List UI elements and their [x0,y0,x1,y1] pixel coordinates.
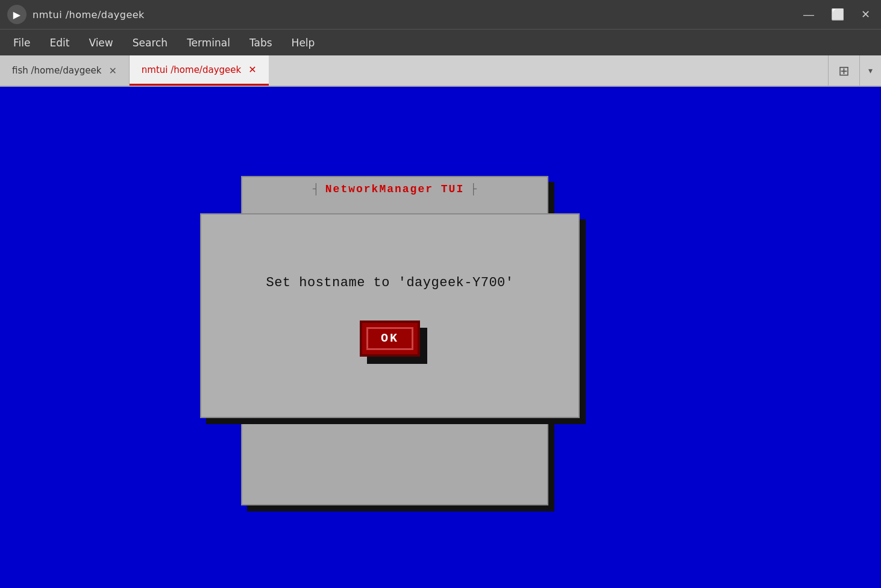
tab-fish-label: fish /home/daygeek [12,65,101,76]
ok-button-label: OK [381,331,399,345]
title-bar: ▶ nmtui /home/daygeek — ⬜ ✕ [0,0,881,29]
dialog-box: Set hostname to 'daygeek-Y700' OK [200,213,580,418]
title-bar-left: ▶ nmtui /home/daygeek [7,5,145,24]
tab-nmtui-close[interactable]: ✕ [248,64,256,75]
ok-button-area: OK [360,321,420,357]
app-icon: ▶ [7,5,27,24]
menu-bar: File Edit View Search Terminal Tabs Help [0,29,881,55]
ok-button[interactable]: OK [360,321,420,357]
close-button[interactable]: ✕ [857,7,874,22]
bg-window-title: NetworkManager TUI [325,183,464,195]
dialog-message: Set hostname to 'daygeek-Y700' [254,275,525,290]
bg-window-titlebar: ┤ NetworkManager TUI ├ [242,177,547,201]
tabs-bar: fish /home/daygeek ✕ nmtui /home/daygeek… [0,55,881,87]
menu-edit[interactable]: Edit [41,33,78,52]
tab-fish-close[interactable]: ✕ [108,65,116,77]
new-tab-button[interactable]: ⊞ [828,55,859,86]
menu-tabs[interactable]: Tabs [241,33,281,52]
menu-help[interactable]: Help [283,33,324,52]
menu-search[interactable]: Search [124,33,176,52]
terminal-area: ┤ NetworkManager TUI ├ Set hostname to '… [0,87,881,588]
title-bar-controls: — ⬜ ✕ [800,7,874,22]
menu-view[interactable]: View [80,33,121,52]
menu-terminal[interactable]: Terminal [178,33,239,52]
tabs-right: ⊞ ▾ [828,55,881,86]
ok-button-inner: OK [366,327,413,350]
bg-window-corner-right: ├ [470,183,477,195]
bg-window-corner-left: ┤ [313,183,319,195]
window-title: nmtui /home/daygeek [33,9,145,20]
menu-file[interactable]: File [5,33,39,52]
tab-dropdown-button[interactable]: ▾ [859,55,881,86]
new-tab-icon: ⊞ [838,63,849,78]
tab-fish[interactable]: fish /home/daygeek ✕ [0,55,130,86]
tab-dropdown-icon: ▾ [868,66,873,75]
bottom-panel [241,445,548,505]
tab-nmtui[interactable]: nmtui /home/daygeek ✕ [130,55,269,86]
app-icon-symbol: ▶ [13,9,20,20]
maximize-button[interactable]: ⬜ [827,7,848,22]
minimize-button[interactable]: — [800,7,818,22]
bg-window-content [242,201,547,213]
tab-nmtui-label: nmtui /home/daygeek [142,64,241,75]
